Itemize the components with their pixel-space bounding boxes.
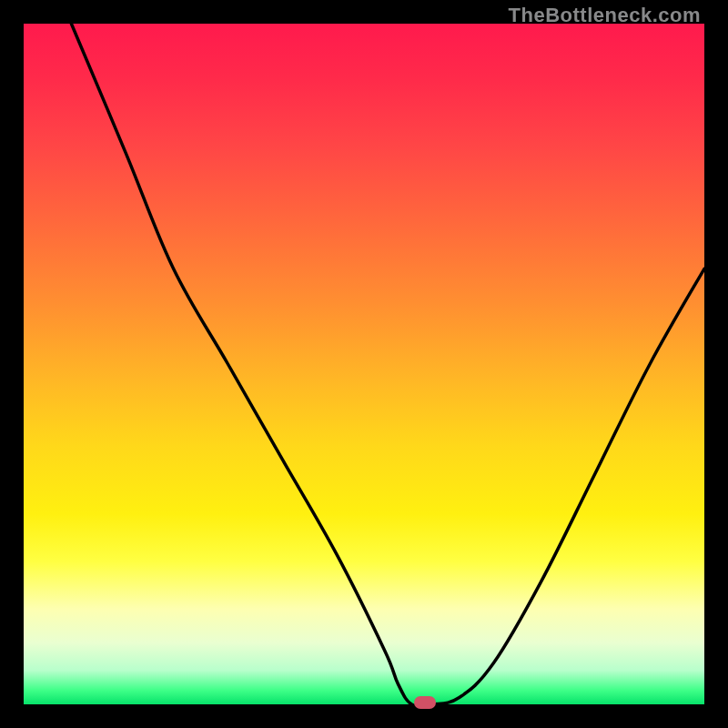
attribution-watermark: TheBottleneck.com <box>509 4 701 27</box>
plot-area <box>24 24 704 704</box>
optimal-marker <box>414 696 436 709</box>
bottleneck-chart: TheBottleneck.com <box>0 0 728 728</box>
bottleneck-curve <box>24 24 704 704</box>
